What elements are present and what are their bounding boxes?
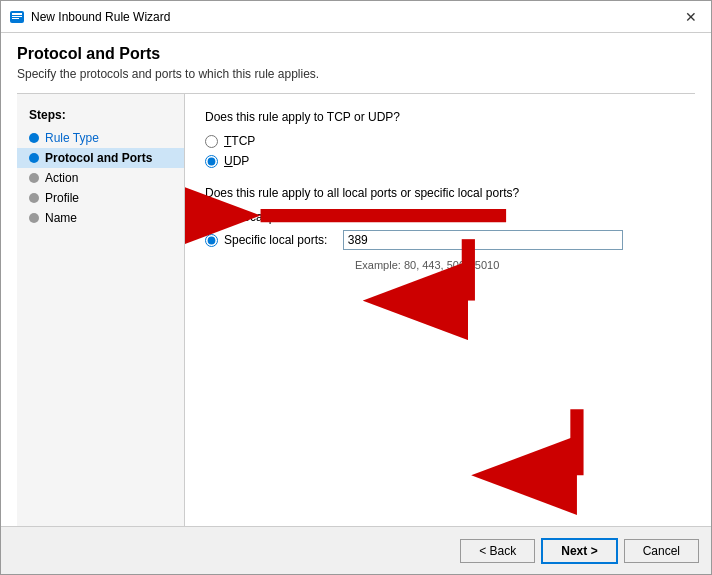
step-dot-rule-type	[29, 133, 39, 143]
sidebar-item-name[interactable]: Name	[17, 208, 184, 228]
all-ports-radio[interactable]	[205, 211, 218, 224]
window-title: New Inbound Rule Wizard	[31, 10, 170, 24]
tcp-radio[interactable]	[205, 135, 218, 148]
content-area: Protocol and Ports Specify the protocols…	[1, 33, 711, 526]
panel: Does this rule apply to TCP or UDP? TTCP…	[185, 94, 695, 526]
back-button[interactable]: < Back	[460, 539, 535, 563]
sidebar-item-rule-type[interactable]: Rule Type	[17, 128, 184, 148]
sidebar-item-protocol-ports[interactable]: Protocol and Ports	[17, 148, 184, 168]
cancel-button[interactable]: Cancel	[624, 539, 699, 563]
main-area: Steps: Rule Type Protocol and Ports Acti…	[17, 93, 695, 526]
udp-radio[interactable]	[205, 155, 218, 168]
protocol-ports-label: Protocol and Ports	[45, 151, 152, 165]
action-label: Action	[45, 171, 78, 185]
ports-input[interactable]	[343, 230, 623, 250]
profile-label: Profile	[45, 191, 79, 205]
specific-ports-label: Specific local ports:	[224, 233, 327, 247]
name-label: Name	[45, 211, 77, 225]
page-title: Protocol and Ports	[17, 45, 695, 63]
svg-rect-2	[12, 16, 22, 17]
svg-rect-1	[12, 13, 22, 15]
step-dot-action	[29, 173, 39, 183]
tcp-label: TTCP	[224, 134, 255, 148]
udp-option[interactable]: UDP	[205, 154, 675, 168]
svg-rect-3	[12, 18, 19, 19]
question2-label: Does this rule apply to all local ports …	[205, 186, 675, 200]
page-subtitle: Specify the protocols and ports to which…	[17, 67, 695, 81]
sidebar-item-action[interactable]: Action	[17, 168, 184, 188]
title-bar-left: New Inbound Rule Wizard	[9, 9, 170, 25]
specific-ports-radio[interactable]	[205, 234, 218, 247]
step-dot-protocol	[29, 153, 39, 163]
specific-ports-option[interactable]: Specific local ports:	[205, 230, 675, 250]
footer: < Back Next > Cancel	[1, 526, 711, 574]
udp-label: UDP	[224, 154, 249, 168]
step-dot-name	[29, 213, 39, 223]
protocol-radio-group: TTCP UDP	[205, 134, 675, 168]
steps-label: Steps:	[17, 104, 184, 128]
tcp-option[interactable]: TTCP	[205, 134, 675, 148]
sidebar: Steps: Rule Type Protocol and Ports Acti…	[17, 94, 185, 526]
title-bar: New Inbound Rule Wizard ✕	[1, 1, 711, 33]
rule-type-link[interactable]: Rule Type	[45, 131, 99, 145]
next-button[interactable]: Next >	[541, 538, 617, 564]
wizard-window: New Inbound Rule Wizard ✕ Protocol and P…	[0, 0, 712, 575]
close-button[interactable]: ✕	[679, 7, 703, 27]
wizard-icon	[9, 9, 25, 25]
sidebar-item-profile[interactable]: Profile	[17, 188, 184, 208]
ports-radio-group: All local ports Specific local ports: Ex…	[205, 210, 675, 271]
ports-example: Example: 80, 443, 5000-5010	[355, 259, 675, 271]
question1-label: Does this rule apply to TCP or UDP?	[205, 110, 675, 124]
step-dot-profile	[29, 193, 39, 203]
all-ports-label: All local ports	[224, 210, 295, 224]
all-ports-option[interactable]: All local ports	[205, 210, 675, 224]
